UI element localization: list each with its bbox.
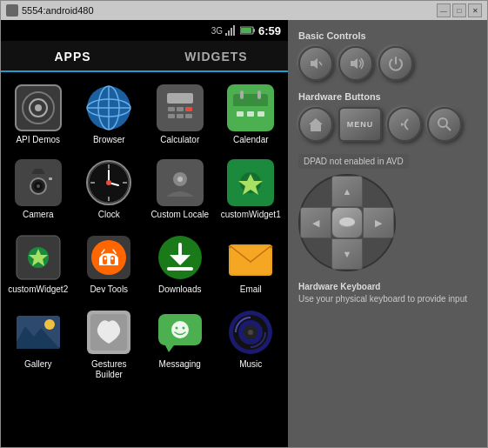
home-button[interactable] [298,107,333,142]
svg-point-47 [177,177,183,182]
svg-point-79 [248,330,253,335]
custom-locale-label: Custom Locale [150,210,209,220]
svg-line-81 [319,62,322,65]
svg-rect-19 [185,107,192,111]
custom-widget2-icon [15,234,62,281]
music-label: Music [239,359,262,370]
keyboard-description: Use your physical keyboard to provide in… [298,294,477,304]
power-button[interactable] [378,46,413,81]
list-item[interactable]: API Demos [4,79,72,150]
list-item[interactable]: Gestures Builder [76,304,144,385]
api-demos-icon [15,84,62,131]
gestures-builder-label: Gestures Builder [78,359,139,380]
gallery-label: Gallery [24,359,52,370]
gestures-icon [85,309,132,356]
dev-tools-icon [85,234,132,281]
list-item[interactable]: Music [217,304,285,385]
tab-apps[interactable]: APPS [1,41,144,73]
custom-locale-icon [157,159,204,206]
battery-icon [240,25,256,36]
dpad-inner: ▲ ◀ ▶ ▼ [300,176,394,270]
calculator-icon [157,84,204,131]
calculator-svg [159,87,201,129]
custom-widget2-svg [15,234,62,281]
custom-widget1-svg [230,162,271,204]
dpad-section: DPAD not enabled in AVD ▲ ◀ [298,152,477,271]
dpad-right-button[interactable]: ▶ [363,207,394,238]
svg-point-72 [171,321,189,338]
search-button[interactable] [427,107,462,142]
tab-bar: APPS WIDGETS [1,41,288,72]
dpad-up-button[interactable]: ▲ [331,176,363,207]
back-button[interactable] [387,107,422,142]
svg-rect-20 [168,114,175,118]
menu-button[interactable]: MENU [338,107,382,142]
list-item[interactable]: customWidget2 [4,229,72,300]
status-bar: 3G 6:59 [1,20,288,41]
svg-point-44 [106,180,111,185]
svg-rect-56 [110,256,115,264]
clock-label: Clock [98,210,120,220]
calendar-icon [227,84,274,131]
custom-widget1-label: customWidget1 [221,210,281,220]
svg-point-85 [438,118,447,127]
dpad-down-button[interactable]: ▼ [331,238,363,270]
list-item[interactable]: Dev Tools [76,229,144,300]
email-icon [227,234,274,281]
svg-point-34 [37,184,40,188]
camera-svg [17,162,59,204]
list-item[interactable]: Browser [76,79,144,150]
title-bar: 5554:android480 — □ ✕ [1,1,487,20]
svg-rect-17 [168,107,175,111]
calendar-label: Calendar [233,135,269,145]
dpad-center-icon [338,217,356,228]
dpad-corner-tl [300,176,331,207]
messaging-label: Messaging [159,359,201,370]
svg-marker-80 [311,58,318,69]
tab-widgets[interactable]: WIDGETS [144,41,288,70]
camera-label: Camera [23,210,54,220]
list-item[interactable]: Calendar [217,79,285,150]
volume-down-button[interactable] [298,46,333,81]
window-controls: — □ ✕ [437,3,482,17]
volume-up-icon [347,55,364,72]
close-button[interactable]: ✕ [468,3,482,17]
svg-rect-28 [237,111,244,117]
gallery-icon [15,309,62,356]
app-grid: API Demos Browser [1,72,288,447]
keyboard-section: Hardware Keyboard Use your physical keyb… [298,282,477,304]
list-item[interactable]: customWidget1 [217,154,285,225]
dpad-center-button[interactable] [331,207,363,238]
menu-label: MENU [347,120,374,129]
keyboard-title: Hardware Keyboard [298,282,477,291]
list-item[interactable]: Messaging [146,304,214,385]
custom-widget2-label: customWidget2 [8,284,68,295]
calculator-label: Calculator [160,135,199,145]
svg-rect-62 [167,267,193,271]
minimize-button[interactable]: — [437,3,451,17]
svg-point-67 [44,319,55,330]
volume-up-button[interactable] [338,46,373,81]
list-item[interactable]: Camera [4,154,72,225]
list-item[interactable]: Clock [76,154,144,225]
maximize-button[interactable]: □ [452,3,466,17]
list-item[interactable]: Custom Locale [146,154,214,225]
svg-point-74 [182,327,184,330]
downloads-svg [157,234,204,281]
hardware-buttons-row: MENU [298,107,477,142]
dpad-corner-bl [300,238,331,270]
svg-rect-16 [167,93,193,104]
gallery-svg [15,309,62,356]
svg-point-57 [104,257,107,260]
svg-point-88 [339,217,355,226]
svg-marker-83 [309,118,323,131]
list-item[interactable]: Email [217,229,285,300]
dpad-left-button[interactable]: ◀ [300,207,331,238]
list-item[interactable]: Calculator [146,79,214,150]
list-item[interactable]: Downloads [146,229,214,300]
right-panel: Basic Controls [288,20,487,447]
svg-rect-30 [257,111,264,117]
list-item[interactable]: Gallery [4,304,72,385]
dev-tools-label: Dev Tools [90,284,128,295]
svg-line-86 [446,126,451,130]
